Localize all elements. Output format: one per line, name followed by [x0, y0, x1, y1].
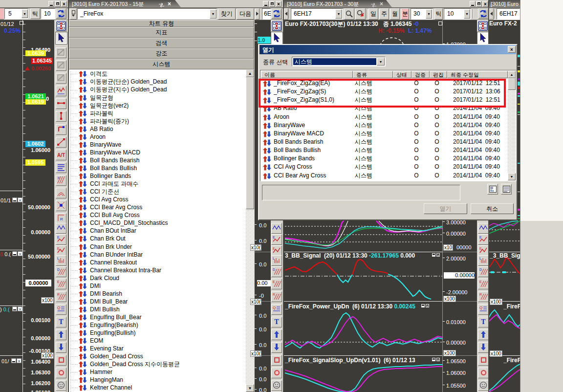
svg-text:L: L	[479, 257, 481, 260]
svg-text:E: E	[479, 280, 482, 283]
svg-text:D: D	[273, 268, 275, 271]
svg-text:E: E	[57, 236, 60, 239]
svg-text:E: E	[57, 247, 60, 250]
svg-text:R: R	[60, 217, 63, 221]
svg-text:F: F	[58, 176, 60, 180]
svg-text:E: E	[273, 280, 275, 283]
svg-text:D: D	[479, 268, 482, 271]
svg-text:E: E	[273, 247, 275, 250]
svg-text:D: D	[57, 268, 60, 271]
svg-text:L: L	[273, 257, 275, 260]
svg-text:E: E	[479, 247, 482, 250]
svg-text:R: R	[57, 293, 60, 296]
svg-text:E: E	[57, 280, 60, 283]
svg-text:L: L	[57, 257, 59, 260]
svg-text:Q: Q	[479, 305, 482, 310]
svg-text:Q: Q	[273, 305, 276, 310]
svg-text:E: E	[479, 236, 482, 239]
svg-text:Ba: Ba	[490, 189, 494, 192]
svg-text:E: E	[273, 236, 275, 239]
svg-text:Q: Q	[57, 305, 60, 310]
svg-text:R: R	[479, 293, 482, 296]
svg-text:R: R	[273, 293, 275, 296]
